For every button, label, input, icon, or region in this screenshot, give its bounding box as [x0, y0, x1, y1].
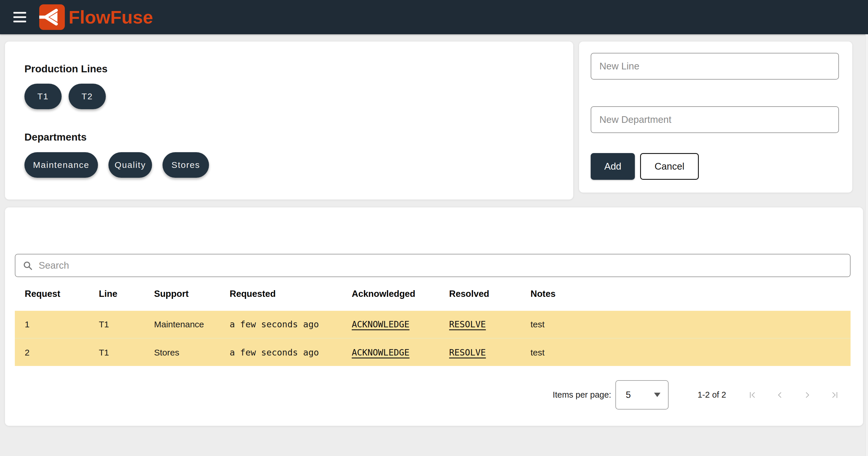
app-root: FlowFuse Production Lines T1 T2 Departme… [0, 0, 868, 456]
cancel-button[interactable]: Cancel [640, 153, 699, 180]
cell-notes: test [530, 320, 850, 329]
acknowledge-link[interactable]: ACKNOWLEDGE [352, 319, 410, 329]
pager-buttons [748, 391, 839, 399]
new-line-field-wrap [591, 53, 839, 79]
menu-bar [13, 12, 26, 14]
last-page-button[interactable] [830, 391, 839, 399]
app-header: FlowFuse [0, 0, 868, 34]
add-form-card: Add Cancel [579, 41, 852, 193]
hamburger-menu-icon[interactable] [13, 11, 26, 23]
pagination-range: 1-2 of 2 [698, 390, 726, 400]
line-pill-t2[interactable]: T2 [69, 84, 106, 109]
cell-requested: a few seconds ago [230, 347, 352, 358]
cell-line: T1 [99, 348, 154, 358]
column-header-requested: Requested [230, 289, 352, 299]
table-row: 2 T1 Stores a few seconds ago ACKNOWLEDG… [15, 338, 850, 366]
requests-table-card: Request Line Support Requested Acknowled… [5, 207, 863, 426]
column-header-resolved: Resolved [449, 289, 530, 299]
column-header-support: Support [154, 289, 230, 299]
select-caret-icon [654, 393, 660, 397]
new-department-field-wrap [591, 106, 839, 133]
column-header-acknowledged: Acknowledged [352, 289, 449, 299]
search-input[interactable] [38, 260, 843, 271]
chevron-left-icon [776, 391, 784, 399]
items-per-page-select[interactable]: 5 [615, 380, 669, 410]
filters-card: Production Lines T1 T2 Departments Maint… [5, 41, 573, 199]
form-buttons-row: Add Cancel [591, 153, 839, 180]
resolve-link[interactable]: RESOLVE [449, 347, 486, 358]
last-page-icon [830, 391, 839, 399]
new-department-input[interactable] [591, 106, 839, 133]
line-pill-t1[interactable]: T1 [24, 84, 62, 109]
first-page-button[interactable] [748, 391, 757, 399]
first-page-icon [748, 391, 757, 399]
department-pill-stores[interactable]: Stores [162, 152, 209, 178]
chevron-right-icon [803, 391, 812, 399]
scrollbar-track[interactable] [865, 34, 868, 456]
next-page-button[interactable] [803, 391, 812, 399]
cell-line: T1 [99, 320, 154, 329]
department-pill-quality[interactable]: Quality [108, 152, 152, 178]
acknowledge-link[interactable]: ACKNOWLEDGE [352, 347, 410, 358]
menu-bar [13, 16, 26, 18]
column-header-request: Request [25, 289, 99, 299]
search-icon [22, 260, 33, 271]
menu-bar [13, 21, 26, 22]
cell-request: 1 [25, 320, 99, 329]
resolve-link[interactable]: RESOLVE [449, 319, 486, 329]
cell-support: Maintenance [154, 320, 230, 329]
search-box [15, 254, 850, 277]
items-per-page-value: 5 [626, 390, 631, 400]
table-row: 1 T1 Maintenance a few seconds ago ACKNO… [15, 311, 850, 338]
flowfuse-logo-icon [39, 4, 65, 30]
brand: FlowFuse [39, 4, 153, 30]
department-pill-maintenance[interactable]: Maintenance [24, 152, 98, 178]
pagination-bar: Items per page: 5 1-2 of 2 [15, 380, 850, 410]
table-header-row: Request Line Support Requested Acknowled… [15, 277, 850, 311]
departments-title: Departments [24, 131, 573, 143]
production-lines-title: Production Lines [24, 63, 573, 75]
previous-page-button[interactable] [776, 391, 784, 399]
cell-request: 2 [25, 348, 99, 358]
cell-support: Stores [154, 348, 230, 358]
items-per-page-label: Items per page: [553, 390, 611, 400]
cell-requested: a few seconds ago [230, 319, 352, 329]
brand-wordmark: FlowFuse [69, 7, 153, 28]
departments-pill-row: Maintenance Quality Stores [24, 152, 573, 178]
cell-notes: test [530, 348, 850, 358]
new-line-input[interactable] [591, 53, 839, 79]
production-lines-pill-row: T1 T2 [24, 84, 573, 109]
column-header-line: Line [99, 289, 154, 299]
column-header-notes: Notes [530, 289, 850, 299]
add-button[interactable]: Add [591, 153, 635, 180]
